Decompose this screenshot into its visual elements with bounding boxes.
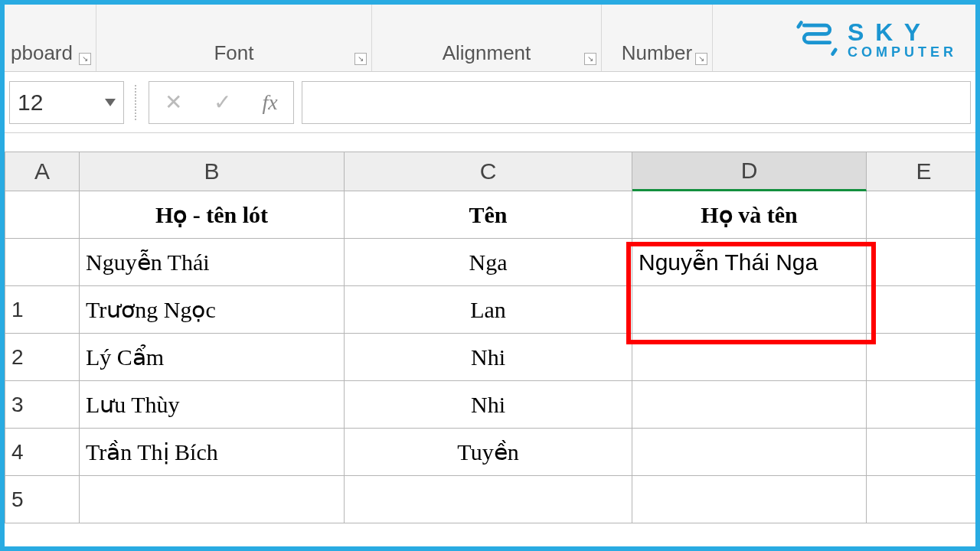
formula-input[interactable] [302, 81, 971, 124]
cell[interactable]: Họ và tên [632, 191, 867, 239]
cell[interactable] [867, 334, 980, 381]
col-header-d[interactable]: D [632, 152, 867, 191]
formula-bar-buttons: ✕ ✓ fx [149, 81, 294, 124]
cell[interactable]: Nhi [345, 334, 632, 381]
cell[interactable]: Lý Cẩm [80, 334, 345, 381]
cell[interactable] [632, 334, 867, 381]
cell[interactable]: Nhi [345, 381, 632, 429]
cell[interactable] [867, 381, 980, 429]
ribbon-group-number: Number ↘ [602, 5, 713, 71]
row-header[interactable]: 5 [5, 476, 80, 523]
brand-line1: S K Y [848, 20, 957, 44]
cell[interactable]: Lan [345, 286, 632, 334]
row-header[interactable] [5, 239, 80, 286]
cell[interactable]: Họ - tên lót [80, 191, 345, 239]
row-header[interactable] [5, 191, 80, 239]
cell[interactable]: Nguyễn Thái [80, 239, 345, 286]
cell[interactable] [80, 476, 345, 523]
cell[interactable] [867, 286, 980, 334]
cell[interactable]: Trương Ngọc [80, 286, 345, 334]
col-header-a[interactable]: A [5, 152, 80, 191]
row-header[interactable]: 1 [5, 286, 80, 334]
ribbon-group-number-label: Number [622, 41, 692, 65]
cell[interactable] [345, 476, 632, 523]
fx-icon[interactable]: fx [262, 90, 277, 115]
name-box[interactable]: 12 [9, 81, 124, 124]
cancel-icon[interactable]: ✕ [165, 90, 182, 115]
row-header[interactable]: 3 [5, 381, 80, 429]
formula-bar-separator [135, 85, 138, 120]
ribbon-group-alignment: Alignment ↘ [372, 5, 602, 71]
ribbon-group-clipboard-label: pboard [11, 41, 73, 65]
brand-logo-text: S K Y COMPUTER [848, 20, 957, 60]
cell[interactable] [867, 429, 980, 476]
cell[interactable] [632, 476, 867, 523]
cell[interactable]: Tên [345, 191, 632, 239]
enter-icon[interactable]: ✓ [214, 90, 231, 115]
cell[interactable]: Nga [345, 239, 632, 286]
name-box-value: 12 [18, 90, 43, 116]
sheet-grid[interactable]: A B C D E Họ - tên lót Tên Họ và tên Ngu… [5, 152, 975, 523]
cell[interactable]: Nguyễn Thái Nga [632, 239, 867, 286]
cell[interactable] [867, 476, 980, 523]
cell[interactable] [867, 239, 980, 286]
row-header[interactable]: 2 [5, 334, 80, 381]
cell[interactable] [632, 429, 867, 476]
ribbon-group-font-label: Font [214, 41, 253, 65]
col-header-b[interactable]: B [80, 152, 345, 191]
chevron-down-icon[interactable] [105, 99, 116, 106]
ribbon-group-alignment-label: Alignment [443, 41, 531, 65]
row-header[interactable]: 4 [5, 429, 80, 476]
cell[interactable] [632, 381, 867, 429]
cell[interactable]: Trần Thị Bích [80, 429, 345, 476]
brand-line2: COMPUTER [848, 44, 957, 60]
cell[interactable]: Tuyền [345, 429, 632, 476]
cell[interactable] [632, 286, 867, 334]
cell[interactable] [867, 191, 980, 239]
dialog-launcher-icon[interactable]: ↘ [695, 53, 707, 65]
ribbon-group-clipboard: pboard ↘ [5, 5, 96, 71]
dialog-launcher-icon[interactable]: ↘ [79, 53, 91, 65]
col-header-e[interactable]: E [867, 152, 980, 191]
dialog-launcher-icon[interactable]: ↘ [584, 53, 596, 65]
col-header-c[interactable]: C [345, 152, 632, 191]
brand-logo: S K Y COMPUTER [795, 17, 957, 63]
cell[interactable]: Lưu Thùy [80, 381, 345, 429]
dialog-launcher-icon[interactable]: ↘ [354, 53, 367, 65]
ribbon-group-font: Font ↘ [96, 5, 372, 71]
formula-bar: 12 ✕ ✓ fx [5, 72, 975, 133]
brand-logo-icon [795, 17, 838, 63]
ribbon: pboard ↘ Font ↘ Alignment ↘ Number ↘ S K… [5, 5, 975, 72]
